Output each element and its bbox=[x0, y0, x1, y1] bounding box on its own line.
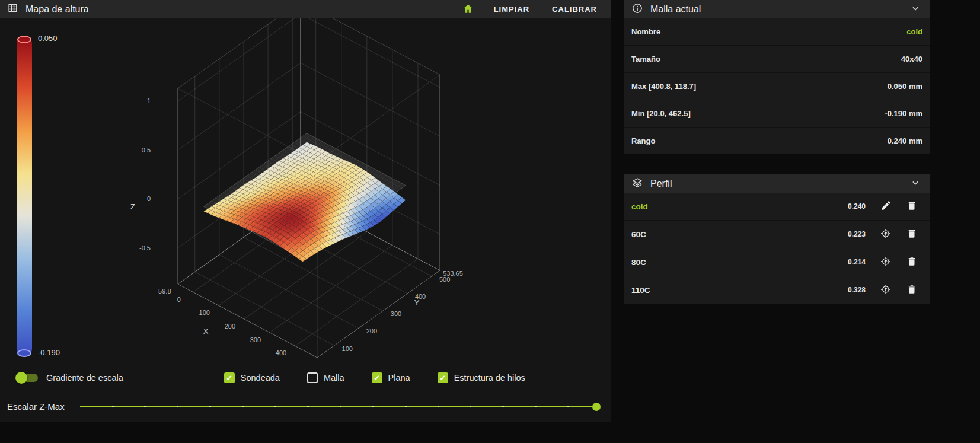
current-mesh-card: Malla actual NombrecoldTamaño40x40Max [4… bbox=[624, 0, 930, 154]
svg-text:200: 200 bbox=[366, 327, 377, 334]
svg-text:-59.8: -59.8 bbox=[156, 288, 171, 295]
zmax-slider-thumb[interactable] bbox=[592, 403, 601, 411]
chevron-down-icon bbox=[909, 177, 921, 190]
profile-range-value: 0.240 bbox=[835, 202, 866, 211]
current-mesh-collapse[interactable] bbox=[908, 1, 922, 17]
mesh-info-value: 40x40 bbox=[901, 55, 922, 63]
delete-profile-button[interactable] bbox=[899, 276, 925, 304]
svg-text:Y: Y bbox=[414, 298, 420, 307]
zmax-row: Escalar Z-Max bbox=[0, 390, 611, 423]
trash-icon bbox=[906, 284, 917, 297]
mesh-info-value: 0.240 mm bbox=[888, 136, 922, 145]
svg-text:100: 100 bbox=[199, 309, 210, 316]
calibrate-button[interactable]: CALIBRAR bbox=[545, 2, 604, 16]
checkbox-label: Plana bbox=[388, 373, 410, 383]
mesh-info-label: Max [400.8, 118.7] bbox=[631, 82, 696, 91]
checkbox-sondeada[interactable]: ✓Sondeada bbox=[224, 372, 280, 383]
zmax-slider-tick bbox=[438, 406, 439, 407]
profile-name: 110C bbox=[631, 286, 835, 295]
load-profile-icon bbox=[880, 256, 892, 269]
svg-text:100: 100 bbox=[342, 345, 353, 352]
profile-row: cold0.240 bbox=[624, 193, 930, 220]
mesh-info-row: Nombrecold bbox=[624, 18, 930, 45]
zmax-slider-track[interactable] bbox=[80, 406, 598, 407]
zmax-slider-tick bbox=[372, 406, 374, 407]
colorbar-min-handle[interactable] bbox=[17, 349, 31, 357]
profile-card: Perfil cold0.24060C0.22380C0.214110C0.32… bbox=[624, 174, 930, 304]
mesh-info-value: 0.050 mm bbox=[888, 82, 922, 91]
load-profile-icon bbox=[880, 283, 892, 297]
layers-icon bbox=[631, 177, 643, 191]
zmax-slider[interactable] bbox=[80, 403, 601, 411]
mesh-info-label: Min [20.0, 462.5] bbox=[631, 109, 691, 118]
checkbox-malla[interactable]: Malla bbox=[307, 372, 344, 383]
profile-range-value: 0.223 bbox=[835, 230, 866, 238]
load-profile-button[interactable] bbox=[873, 221, 899, 248]
delete-profile-button[interactable] bbox=[899, 193, 925, 220]
profile-row: 110C0.328 bbox=[624, 276, 930, 304]
mesh-info-value: -0.190 mm bbox=[885, 109, 922, 118]
load-profile-icon bbox=[880, 228, 892, 241]
edit-profile-button[interactable] bbox=[873, 193, 899, 220]
checkbox-estructura-de-hilos[interactable]: ✓Estructura de hilos bbox=[438, 372, 525, 383]
profile-name: 80C bbox=[631, 258, 835, 267]
mesh-info-rows: NombrecoldTamaño40x40Max [400.8, 118.7]0… bbox=[624, 18, 930, 154]
load-profile-button[interactable] bbox=[873, 276, 899, 304]
trash-icon bbox=[906, 200, 917, 213]
zmax-slider-tick bbox=[535, 406, 537, 407]
grid-icon bbox=[7, 2, 18, 16]
svg-text:400: 400 bbox=[276, 349, 286, 356]
checkbox-box[interactable] bbox=[307, 372, 318, 383]
profile-row: 60C0.223 bbox=[624, 220, 930, 248]
info-icon bbox=[631, 2, 643, 17]
pencil-icon bbox=[880, 200, 892, 213]
mesh-info-label: Nombre bbox=[631, 27, 660, 36]
svg-text:0: 0 bbox=[177, 296, 181, 303]
plot-area: -59.80100200300400100200300400500533.651… bbox=[0, 18, 611, 366]
home-icon bbox=[462, 3, 474, 16]
plot-controls: Gradiente de escala ✓SondeadaMalla✓Plana… bbox=[0, 366, 611, 390]
current-mesh-title: Malla actual bbox=[650, 4, 701, 15]
mesh-info-label: Rango bbox=[631, 136, 655, 145]
clear-button[interactable]: LIMPIAR bbox=[487, 2, 537, 16]
zmax-slider-tick bbox=[242, 406, 244, 407]
heightmap-panel: Mapa de altura LIMPIAR CALIBRAR -59.8010… bbox=[0, 0, 611, 422]
load-profile-button[interactable] bbox=[873, 248, 899, 276]
mesh-info-row: Min [20.0, 462.5]-0.190 mm bbox=[624, 100, 930, 127]
checkbox-label: Malla bbox=[324, 373, 344, 383]
profile-name: cold bbox=[631, 202, 835, 211]
svg-text:533.65: 533.65 bbox=[443, 270, 463, 277]
chevron-down-icon bbox=[909, 2, 921, 16]
zmax-slider-tick bbox=[209, 406, 211, 407]
toggle-thumb[interactable] bbox=[15, 372, 27, 384]
scale-gradient-toggle[interactable] bbox=[17, 374, 38, 382]
zmax-slider-tick bbox=[340, 406, 341, 407]
current-mesh-header: Malla actual bbox=[624, 0, 930, 18]
svg-text:Z: Z bbox=[130, 202, 135, 211]
heightmap-3d-plot[interactable]: -59.80100200300400100200300400500533.651… bbox=[0, 18, 611, 366]
zmax-slider-tick bbox=[567, 406, 569, 407]
profile-collapse[interactable] bbox=[908, 176, 922, 192]
delete-profile-button[interactable] bbox=[899, 221, 925, 248]
scale-gradient-toggle-group: Gradiente de escala bbox=[17, 373, 123, 383]
colorbar-max-handle[interactable] bbox=[17, 36, 31, 43]
svg-text:X: X bbox=[203, 327, 209, 336]
zmax-slider-tick bbox=[405, 406, 407, 407]
zmax-slider-tick bbox=[274, 406, 276, 407]
checkbox-label: Sondeada bbox=[241, 373, 280, 383]
heightmap-toolbar: LIMPIAR CALIBRAR bbox=[458, 2, 604, 17]
scale-gradient-label: Gradiente de escala bbox=[46, 373, 123, 383]
zmax-label: Escalar Z-Max bbox=[7, 401, 65, 412]
zmax-slider-tick bbox=[307, 406, 309, 407]
svg-text:0.5: 0.5 bbox=[142, 146, 151, 154]
checkbox-box[interactable]: ✓ bbox=[372, 372, 382, 383]
checkbox-box[interactable]: ✓ bbox=[224, 372, 235, 383]
svg-text:1: 1 bbox=[147, 97, 151, 104]
home-button[interactable] bbox=[458, 2, 478, 17]
profile-rows: cold0.24060C0.22380C0.214110C0.328 bbox=[624, 193, 930, 304]
delete-profile-button[interactable] bbox=[899, 248, 925, 276]
mesh-info-value: cold bbox=[906, 27, 922, 36]
checkbox-box[interactable]: ✓ bbox=[438, 372, 448, 383]
svg-text:300: 300 bbox=[391, 310, 401, 317]
checkbox-plana[interactable]: ✓Plana bbox=[372, 372, 410, 383]
